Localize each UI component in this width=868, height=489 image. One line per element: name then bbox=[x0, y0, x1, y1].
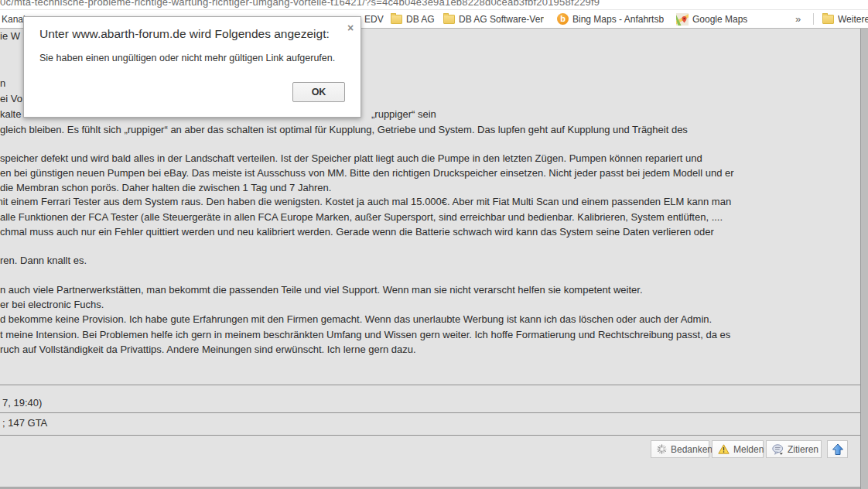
post-line: kalte bbox=[0, 109, 21, 120]
edit-info: 7, 19:40) bbox=[2, 398, 42, 409]
folder-icon bbox=[443, 15, 455, 24]
post-divider bbox=[0, 412, 860, 413]
bookmark-db-ag-software[interactable]: DB AG Software-Verw bbox=[443, 10, 544, 28]
bookmark-label: EDV bbox=[364, 14, 384, 25]
close-icon: × bbox=[347, 22, 354, 34]
report-button-label: Melden bbox=[733, 444, 764, 455]
bookmark-label: DB AG bbox=[406, 14, 435, 25]
spinner-icon bbox=[657, 444, 667, 454]
overflow-chevron-icon: » bbox=[795, 13, 801, 25]
folder-icon bbox=[822, 15, 834, 24]
post-line: en bei günstigen neuen Pumpen bei eBay. … bbox=[0, 168, 734, 179]
bookmark-edv[interactable]: EDV bbox=[364, 10, 384, 28]
bookmarks-separator bbox=[813, 13, 814, 25]
dialog-close-button[interactable]: × bbox=[344, 22, 357, 34]
post-line: alle Funktionen der FCA Tester (alle Ste… bbox=[0, 212, 723, 223]
post-line: gleich bleiben. Es fühlt sich „ruppiger“… bbox=[0, 125, 688, 135]
post-line: n auch viele Partnerwerkstätten, man bek… bbox=[0, 285, 643, 296]
bookmark-google-maps[interactable]: Google Maps bbox=[676, 10, 747, 28]
post-line: t meine Intension. Bei Problemen helfe i… bbox=[0, 330, 730, 340]
thank-button-label: Bedanken bbox=[671, 444, 713, 455]
report-button[interactable]: Melden bbox=[712, 440, 764, 458]
post-line: ren. Dann knallt es. bbox=[0, 255, 87, 266]
post-divider bbox=[0, 435, 860, 436]
url-bar[interactable]: 0c/mta-technische-probleme-richtige-wart… bbox=[0, 0, 868, 9]
folder-icon bbox=[391, 15, 402, 24]
quote-button-label: Zitieren bbox=[788, 444, 818, 455]
bookmark-weitere[interactable]: Weitere bbox=[822, 10, 868, 28]
bookmark-label: DB AG Software-Verw bbox=[459, 14, 544, 25]
post-line: ruch auf Vollständigkeit da Privattips. … bbox=[0, 344, 416, 355]
post-line: d bekomme keine Provision. Ich habe gute… bbox=[0, 314, 712, 325]
post-line: ei Vo bbox=[0, 94, 22, 104]
post-line: die Membran schon porös. Daher halten di… bbox=[0, 183, 331, 193]
post-line: „ruppiger“ sein bbox=[371, 109, 436, 120]
dialog-message: Sie haben einen ungültigen oder nicht me… bbox=[39, 53, 335, 63]
bookmark-label: Bing Maps - Anfahrtsb bbox=[572, 14, 664, 25]
arrow-up-icon bbox=[832, 443, 844, 456]
bing-icon: b bbox=[557, 13, 569, 25]
bookmark-label: Weitere bbox=[838, 14, 868, 25]
post-line: er bei electronic Fuchs. bbox=[0, 299, 104, 310]
alert-dialog: Unter www.abarth-forum.de wird Folgendes… bbox=[23, 16, 361, 118]
quote-button[interactable]: Zitieren bbox=[766, 440, 822, 458]
scroll-top-button[interactable] bbox=[827, 440, 848, 458]
dialog-title: Unter www.abarth-forum.de wird Folgendes… bbox=[39, 27, 330, 41]
post-line: chmal muss auch nur ein Fehler quittiert… bbox=[0, 227, 714, 238]
bookmark-bing-maps[interactable]: b Bing Maps - Anfahrtsb bbox=[557, 10, 664, 28]
post-line: speicher defekt und wird bald alles in d… bbox=[0, 153, 702, 164]
url-text: 0c/mta-technische-probleme-richtige-wart… bbox=[0, 0, 600, 8]
post-line: n bbox=[0, 78, 5, 89]
post-line: ie W bbox=[0, 31, 20, 42]
quote-bubble-icon bbox=[772, 444, 784, 455]
bookmark-label: Google Maps bbox=[692, 14, 747, 25]
signature: ; 147 GTA bbox=[2, 418, 47, 429]
warning-icon bbox=[718, 444, 730, 454]
post-divider bbox=[0, 385, 860, 385]
thank-button[interactable]: Bedanken bbox=[651, 440, 709, 458]
ok-button[interactable]: OK bbox=[292, 82, 345, 102]
post-line: mit einem Ferrari Tester aus dem System … bbox=[0, 197, 731, 207]
bookmarks-overflow-button[interactable]: » bbox=[795, 10, 801, 28]
bookmark-db-ag[interactable]: DB AG bbox=[391, 10, 435, 28]
google-maps-icon bbox=[676, 13, 689, 26]
right-gutter[interactable] bbox=[860, 29, 868, 489]
